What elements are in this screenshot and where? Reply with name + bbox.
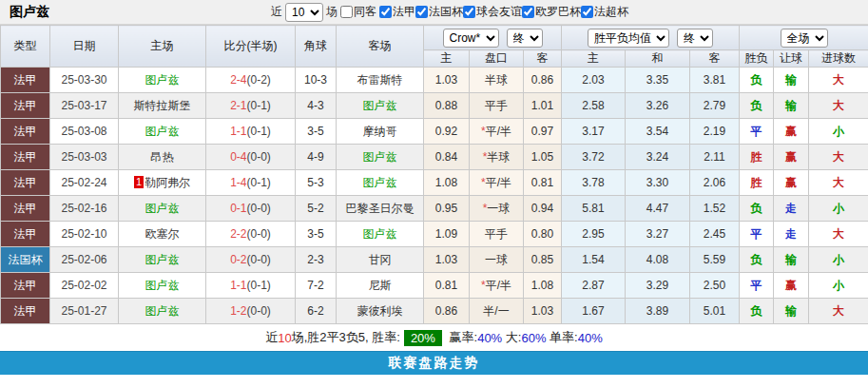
table-row: 法甲 25-02-24 1勒阿弗尔 1-4(0-1) 5-3 图卢兹 1.08 … — [1, 170, 868, 196]
cell-score: 1-1(0-1) — [206, 119, 296, 145]
cell-away-team: 摩纳哥 — [337, 119, 424, 145]
cell-eu-draw-odds: 3.35 — [626, 68, 690, 93]
cell-handicap-result: 走 — [774, 196, 809, 222]
europe-odds-select[interactable]: 胜平负均值 — [588, 29, 669, 48]
cell-ah-home-odds: 0.95 — [424, 196, 470, 222]
cell-score: 2-4(0-2) — [206, 68, 296, 93]
league-filter-checkbox[interactable]: 法超杯 — [581, 4, 628, 20]
cell-ah-line: *半球 — [470, 145, 524, 170]
cell-home-team: 图卢兹 — [119, 299, 206, 324]
cell-ah-home-odds: 0.84 — [424, 145, 470, 170]
cell-date: 25-01-27 — [50, 299, 119, 324]
scope-controls: 全场 — [740, 26, 868, 50]
bottom-gap — [0, 375, 868, 382]
cell-ah-away-odds: 1.03 — [524, 299, 562, 324]
scope-select[interactable]: 全场 — [781, 29, 828, 48]
cell-handicap-result: 输 — [774, 247, 809, 273]
col-header-wl: 胜负 — [740, 50, 774, 68]
cell-eu-draw-odds: 3.89 — [626, 299, 690, 324]
cell-league-type: 法甲 — [1, 299, 50, 324]
cell-home-team: 欧塞尔 — [119, 222, 206, 247]
bookmaker-select[interactable]: Crow* — [443, 29, 499, 48]
table-row: 法甲 25-02-02 图卢兹 1-1(0-1) 7-2 尼斯 0.81 *平/… — [1, 273, 868, 299]
cell-ah-line: 平手 — [470, 93, 524, 119]
same-away-checkbox[interactable]: 同客 — [340, 4, 376, 20]
cell-handicap-result: 输 — [774, 68, 809, 93]
col-header-eu-home: 主 — [562, 50, 626, 68]
league-filter-checkbox-input[interactable] — [463, 6, 475, 18]
cell-date: 25-03-17 — [50, 93, 119, 119]
cell-corner: 4-3 — [296, 93, 337, 119]
cell-goals-result: 大 — [809, 170, 868, 196]
cell-league-type: 法甲 — [1, 273, 50, 299]
league-filter-checkbox[interactable]: 法甲 — [379, 4, 415, 20]
matches-label: 场 — [326, 4, 338, 20]
cell-goals-result: 大 — [809, 222, 868, 247]
cell-ah-line: 一球 — [470, 247, 524, 273]
col-header-score: 比分(半场) — [206, 26, 296, 68]
cell-goals-result: 大 — [809, 145, 868, 170]
cell-score: 0-4(0-0) — [206, 145, 296, 170]
league-handicap-trend-button[interactable]: 联赛盘路走势 — [0, 351, 868, 375]
recent-count-select[interactable]: 10 — [285, 3, 323, 22]
rank-badge: 1 — [134, 176, 144, 188]
cell-corner: 3-5 — [296, 222, 337, 247]
cell-win-loss-result: 负 — [740, 247, 774, 273]
league-filter-checkbox-input[interactable] — [379, 6, 392, 18]
filter-bar: 近 10 场 同客 法甲法国杯球会友谊欧罗巴杯法超杯 — [271, 3, 628, 22]
cell-ah-line: 平手 — [470, 222, 524, 247]
cell-corner: 10-3 — [296, 68, 337, 93]
cell-score: 0-1(0-0) — [206, 196, 296, 222]
league-filter-checkbox[interactable]: 法国杯 — [415, 4, 463, 20]
cell-ah-away-odds: 0.97 — [524, 119, 562, 145]
cell-eu-draw-odds: 3.54 — [626, 119, 690, 145]
league-filter-checkbox-input[interactable] — [581, 6, 593, 18]
cell-ah-away-odds: 1.01 — [524, 93, 562, 119]
ah-time-select[interactable]: 终 — [507, 29, 543, 48]
cell-eu-home-odds: 3.72 — [562, 145, 626, 170]
col-header-home: 主场 — [119, 26, 206, 68]
cell-eu-draw-odds: 3.24 — [626, 145, 690, 170]
odd-rate: 40% — [578, 331, 603, 345]
cell-handicap-result: 输 — [774, 299, 809, 324]
col-header-type: 类型 — [1, 26, 50, 68]
cell-eu-home-odds: 2.95 — [562, 222, 626, 247]
table-row: 法甲 25-03-08 图卢兹 1-1(0-1) 3-5 摩纳哥 0.92 *平… — [1, 119, 868, 145]
col-header-corner: 角球 — [296, 26, 337, 68]
cell-eu-home-odds: 2.58 — [562, 93, 626, 119]
cell-ah-away-odds: 1.08 — [524, 273, 562, 299]
match-history-table: 类型 日期 主场 比分(半场) 角球 客场 Crow* 终 胜平负均值 终 全场 — [0, 25, 868, 324]
cell-eu-away-odds: 5.59 — [690, 247, 740, 273]
cell-away-team: 图卢兹 — [337, 93, 424, 119]
cell-away-team: 尼斯 — [337, 273, 424, 299]
cell-eu-draw-odds: 3.27 — [626, 222, 690, 247]
cell-handicap-result: 输 — [774, 93, 809, 119]
league-filter-checkbox[interactable]: 球会友谊 — [463, 4, 522, 20]
table-row: 法甲 25-01-27 图卢兹 1-2(0-0) 6-2 蒙彼利埃 0.86 半… — [1, 299, 868, 324]
cell-eu-draw-odds: 4.08 — [626, 247, 690, 273]
cell-eu-away-odds: 2.19 — [690, 119, 740, 145]
cell-goals-result: 小 — [809, 119, 868, 145]
same-away-checkbox-input[interactable] — [340, 6, 353, 18]
cell-score: 2-2(0-0) — [206, 222, 296, 247]
cell-eu-away-odds: 2.45 — [690, 222, 740, 247]
table-row: 法甲 25-03-03 昂热 0-4(0-0) 4-9 图卢兹 0.84 *半球… — [1, 145, 868, 170]
cell-win-loss-result: 负 — [740, 299, 774, 324]
cell-ah-line: *平/半 — [470, 119, 524, 145]
cell-score: 2-1(0-1) — [206, 93, 296, 119]
cell-home-team: 昂热 — [119, 145, 206, 170]
cell-eu-home-odds: 2.03 — [562, 68, 626, 93]
cell-ah-line: *平/半 — [470, 170, 524, 196]
table-row: 法甲 25-02-16 图卢兹 0-1(0-0) 5-2 巴黎圣日尔曼 0.95… — [1, 196, 868, 222]
cell-eu-home-odds: 3.17 — [562, 119, 626, 145]
cell-win-loss-result: 负 — [740, 68, 774, 93]
cell-ah-home-odds: 0.81 — [424, 273, 470, 299]
league-filter-checkbox-input[interactable] — [522, 6, 534, 18]
cell-league-type: 法甲 — [1, 93, 50, 119]
league-filter-checkbox-input[interactable] — [415, 6, 428, 18]
cell-home-team: 图卢兹 — [119, 119, 206, 145]
cell-corner: 7-2 — [296, 273, 337, 299]
league-filter-checkbox[interactable]: 欧罗巴杯 — [522, 4, 581, 20]
eu-time-select[interactable]: 终 — [677, 29, 713, 48]
col-header-ah-line: 盘口 — [470, 50, 524, 68]
